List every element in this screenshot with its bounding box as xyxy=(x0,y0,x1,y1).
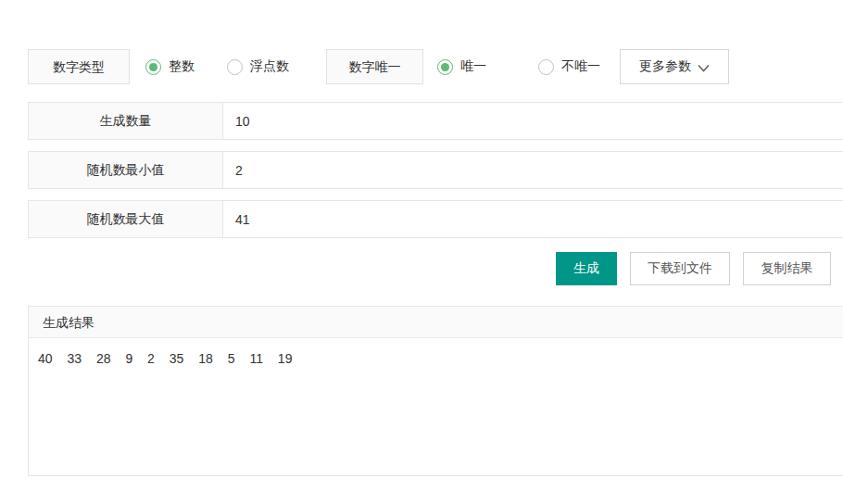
max-field-label: 随机数最大值 xyxy=(29,201,223,237)
uniqueness-label: 数字唯一 xyxy=(326,49,423,84)
count-input[interactable] xyxy=(223,103,843,139)
radio-unique[interactable]: 唯一 xyxy=(437,58,486,75)
more-params-label: 更多参数 xyxy=(639,58,691,75)
radio-integer-label: 整数 xyxy=(169,58,195,75)
result-value: 2 xyxy=(147,351,155,366)
result-value: 40 xyxy=(38,351,53,366)
result-value: 18 xyxy=(198,351,213,366)
radio-selected-icon xyxy=(145,59,161,75)
number-type-label: 数字类型 xyxy=(28,49,130,84)
result-panel: 生成结果 40 33 28 9 2 35 18 5 11 19 xyxy=(28,306,843,476)
result-value: 33 xyxy=(67,351,82,366)
count-field-label: 生成数量 xyxy=(29,103,223,139)
min-field-label: 随机数最小值 xyxy=(29,152,223,188)
result-value: 9 xyxy=(125,351,132,366)
field-row-count: 生成数量 xyxy=(28,102,843,140)
field-row-max: 随机数最大值 xyxy=(28,200,843,238)
result-value: 11 xyxy=(249,351,263,366)
copy-result-button[interactable]: 复制结果 xyxy=(743,252,831,285)
generate-button[interactable]: 生成 xyxy=(556,252,617,285)
radio-float-label: 浮点数 xyxy=(250,58,289,75)
result-header: 生成结果 xyxy=(29,307,843,338)
max-value-input[interactable] xyxy=(223,201,843,237)
radio-dot xyxy=(441,63,449,71)
chevron-down-icon xyxy=(698,64,710,72)
result-body: 40 33 28 9 2 35 18 5 11 19 xyxy=(29,338,843,379)
field-row-min: 随机数最小值 xyxy=(28,151,843,189)
radio-selected-icon xyxy=(437,59,453,75)
result-value: 28 xyxy=(96,351,111,366)
radio-unique-label: 唯一 xyxy=(460,58,486,75)
result-value: 35 xyxy=(170,351,184,366)
radio-float[interactable]: 浮点数 xyxy=(227,58,289,75)
radio-unselected-icon xyxy=(538,59,554,75)
radio-unselected-icon xyxy=(227,59,243,75)
radio-not-unique[interactable]: 不唯一 xyxy=(538,58,600,75)
result-value: 19 xyxy=(278,351,293,366)
radio-integer[interactable]: 整数 xyxy=(145,58,195,75)
actions-bar: 生成 下载到文件 复制结果 xyxy=(556,252,831,285)
radio-not-unique-label: 不唯一 xyxy=(561,58,600,75)
more-params-button[interactable]: 更多参数 xyxy=(620,49,729,84)
min-value-input[interactable] xyxy=(223,152,843,188)
top-controls-bar: 数字类型 整数 浮点数 数字唯一 唯一 不唯一 更多参数 xyxy=(28,49,729,84)
result-value: 5 xyxy=(228,351,235,366)
download-button[interactable]: 下载到文件 xyxy=(630,252,730,285)
radio-dot xyxy=(149,63,157,71)
